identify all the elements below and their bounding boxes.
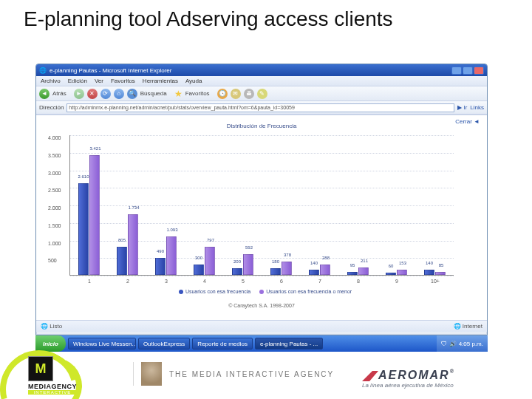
window-title: e-planning Pautas - Microsoft Internet E… [50, 67, 171, 74]
back-label: Atrás [52, 90, 66, 97]
svg-marker-0 [362, 371, 378, 381]
edit-icon[interactable]: ✎ [257, 89, 267, 99]
minimize-button[interactable] [451, 66, 462, 75]
taskbar-task-2[interactable]: OutlookExpress [138, 338, 190, 349]
aeromar-icon [362, 371, 378, 381]
taskbar-task-4[interactable]: e-planning Pautas - ... [255, 338, 323, 349]
taskbar-task-3[interactable]: Reporte de medios [192, 338, 253, 349]
mediagency-sub: INTERACTIVE [28, 390, 77, 395]
mediagency-logo: M MEDIAGENCY INTERACTIVE [28, 356, 77, 395]
legend-dot-b [259, 290, 264, 294]
close-link[interactable]: Cerrar ◄ [455, 118, 480, 125]
legend-label-a: Usuarios con esa frecuencia [185, 289, 250, 294]
status-right: 🌐 Internet [454, 323, 482, 330]
refresh-button[interactable]: ⟳ [100, 89, 111, 99]
close-button[interactable] [474, 66, 484, 75]
address-bar: Dirección http://adminmx.e-planning.net/… [36, 101, 487, 115]
tmia-icon [141, 362, 162, 386]
menu-herramientas[interactable]: Herramientas [143, 78, 178, 84]
search-icon[interactable]: 🔍 [127, 89, 137, 99]
mail-icon[interactable]: ✉ [231, 89, 241, 99]
chart-legend: Usuarios con esa frecuencia Usuarios con… [41, 289, 482, 294]
bar-chart: 5001.0001.5002.0002.5003.0003.5004.0002.… [69, 135, 454, 276]
legend-label-b: Usuarios con esa frecuencia o menor [266, 289, 352, 294]
back-button[interactable]: ◄ [39, 89, 50, 99]
menu-favoritos[interactable]: Favoritos [111, 78, 135, 84]
stop-button[interactable]: ✕ [87, 89, 98, 99]
address-input[interactable]: http://adminmx.e-planning.net/admin/acne… [66, 103, 454, 112]
page-content: Cerrar ◄ Distribución de Frecuencia 5001… [36, 115, 487, 320]
aeromar-logo: AEROMAR® La línea aérea ejecutiva de Méx… [362, 369, 517, 389]
favorites-label: Favoritos [185, 90, 210, 97]
mediagency-icon: M [28, 356, 53, 381]
legend-dot-a [179, 290, 183, 294]
status-left: 🌐 Listo [41, 323, 62, 330]
menu-bar: Archivo Edición Ver Favoritos Herramient… [36, 76, 487, 86]
links-button[interactable]: Links [470, 104, 484, 111]
menu-ayuda[interactable]: Ayuda [185, 78, 202, 84]
print-icon[interactable]: 🖶 [244, 89, 254, 99]
menu-archivo[interactable]: Archivo [41, 78, 61, 84]
favorites-icon[interactable]: ★ [174, 89, 183, 99]
aeromar-brand: AEROMAR® [362, 369, 517, 382]
slide-title: E-planning tool Adserving access clients [24, 7, 393, 31]
page-icon: 🌐 [39, 67, 47, 74]
browser-window: 🌐 e-planning Pautas - Microsoft Internet… [35, 64, 488, 335]
go-button[interactable]: ▶ Ir [457, 104, 467, 111]
system-tray[interactable]: 🛡 🔊 4:05 p.m. [437, 335, 488, 352]
menu-edicion[interactable]: Edición [68, 78, 87, 84]
mediagency-name: MEDIAGENCY [28, 383, 77, 390]
maximize-button[interactable] [463, 66, 473, 75]
chart-title: Distribución de Frecuencia [41, 123, 482, 129]
tray-icon[interactable]: 🛡 [441, 341, 447, 347]
tmia-text: THE MEDIA INTERACTIVE AGENCY [169, 370, 334, 378]
forward-button[interactable]: ► [74, 89, 84, 99]
slide-footer: M MEDIAGENCY INTERACTIVE THE MEDIA INTER… [0, 352, 532, 399]
copyright: © Caraytech S.A. 1998-2007 [41, 303, 482, 308]
menu-ver[interactable]: Ver [95, 78, 103, 84]
history-icon[interactable]: 🕓 [217, 89, 228, 99]
home-button[interactable]: ⌂ [114, 89, 124, 99]
address-label: Dirección [39, 104, 64, 111]
search-label: Búsqueda [140, 90, 167, 97]
toolbar: ◄ Atrás ► ✕ ⟳ ⌂ 🔍 Búsqueda ★ Favoritos 🕓… [36, 86, 487, 101]
aeromar-tagline: La línea aérea ejecutiva de México [362, 382, 517, 389]
tray-icon[interactable]: 🔊 [449, 341, 457, 347]
window-controls [451, 66, 484, 75]
window-titlebar[interactable]: 🌐 e-planning Pautas - Microsoft Internet… [36, 64, 487, 76]
tray-time: 4:05 p.m. [459, 341, 483, 347]
status-bar: 🌐 Listo 🌐 Internet [36, 320, 487, 332]
tmia-block: THE MEDIA INTERACTIVE AGENCY [133, 362, 347, 386]
